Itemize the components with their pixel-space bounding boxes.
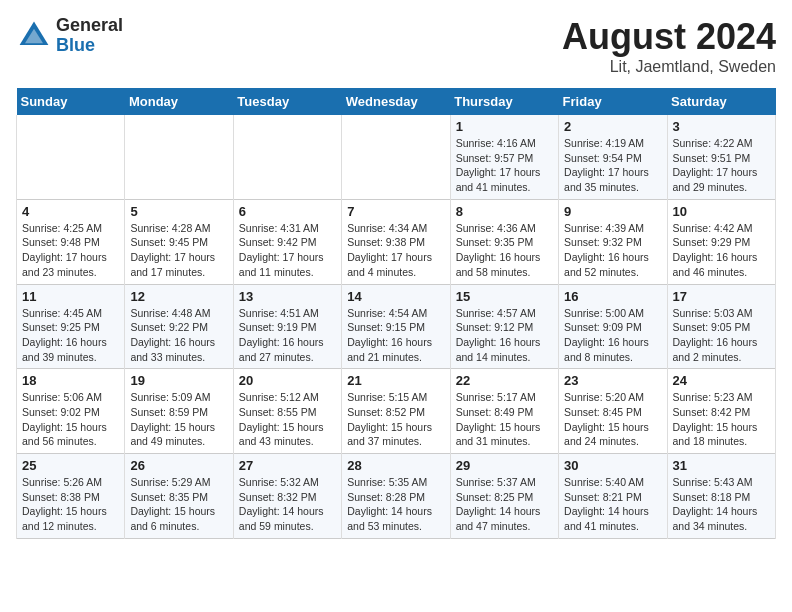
calendar-cell: 12Sunrise: 4:48 AM Sunset: 9:22 PM Dayli… bbox=[125, 284, 233, 369]
cell-day-number: 14 bbox=[347, 289, 444, 304]
calendar-title: August 2024 bbox=[562, 16, 776, 58]
cell-info: Sunrise: 4:57 AM Sunset: 9:12 PM Dayligh… bbox=[456, 306, 553, 365]
cell-day-number: 15 bbox=[456, 289, 553, 304]
calendar-cell: 6Sunrise: 4:31 AM Sunset: 9:42 PM Daylig… bbox=[233, 199, 341, 284]
cell-day-number: 2 bbox=[564, 119, 661, 134]
calendar-cell: 5Sunrise: 4:28 AM Sunset: 9:45 PM Daylig… bbox=[125, 199, 233, 284]
cell-day-number: 12 bbox=[130, 289, 227, 304]
calendar-cell bbox=[125, 115, 233, 199]
cell-info: Sunrise: 4:28 AM Sunset: 9:45 PM Dayligh… bbox=[130, 221, 227, 280]
logo-general: General bbox=[56, 16, 123, 36]
calendar-cell: 29Sunrise: 5:37 AM Sunset: 8:25 PM Dayli… bbox=[450, 454, 558, 539]
cell-info: Sunrise: 4:51 AM Sunset: 9:19 PM Dayligh… bbox=[239, 306, 336, 365]
calendar-cell: 19Sunrise: 5:09 AM Sunset: 8:59 PM Dayli… bbox=[125, 369, 233, 454]
cell-day-number: 6 bbox=[239, 204, 336, 219]
week-row-1: 1Sunrise: 4:16 AM Sunset: 9:57 PM Daylig… bbox=[17, 115, 776, 199]
calendar-cell: 14Sunrise: 4:54 AM Sunset: 9:15 PM Dayli… bbox=[342, 284, 450, 369]
cell-info: Sunrise: 5:09 AM Sunset: 8:59 PM Dayligh… bbox=[130, 390, 227, 449]
calendar-cell: 27Sunrise: 5:32 AM Sunset: 8:32 PM Dayli… bbox=[233, 454, 341, 539]
cell-info: Sunrise: 5:40 AM Sunset: 8:21 PM Dayligh… bbox=[564, 475, 661, 534]
cell-info: Sunrise: 4:45 AM Sunset: 9:25 PM Dayligh… bbox=[22, 306, 119, 365]
cell-info: Sunrise: 4:42 AM Sunset: 9:29 PM Dayligh… bbox=[673, 221, 770, 280]
cell-day-number: 27 bbox=[239, 458, 336, 473]
calendar-cell: 23Sunrise: 5:20 AM Sunset: 8:45 PM Dayli… bbox=[559, 369, 667, 454]
calendar-body: 1Sunrise: 4:16 AM Sunset: 9:57 PM Daylig… bbox=[17, 115, 776, 538]
calendar-cell: 2Sunrise: 4:19 AM Sunset: 9:54 PM Daylig… bbox=[559, 115, 667, 199]
calendar-cell: 17Sunrise: 5:03 AM Sunset: 9:05 PM Dayli… bbox=[667, 284, 775, 369]
cell-day-number: 5 bbox=[130, 204, 227, 219]
calendar-cell: 10Sunrise: 4:42 AM Sunset: 9:29 PM Dayli… bbox=[667, 199, 775, 284]
cell-day-number: 24 bbox=[673, 373, 770, 388]
calendar-cell bbox=[342, 115, 450, 199]
cell-day-number: 18 bbox=[22, 373, 119, 388]
cell-info: Sunrise: 5:00 AM Sunset: 9:09 PM Dayligh… bbox=[564, 306, 661, 365]
cell-info: Sunrise: 4:34 AM Sunset: 9:38 PM Dayligh… bbox=[347, 221, 444, 280]
header-day-sunday: Sunday bbox=[17, 88, 125, 115]
cell-info: Sunrise: 4:22 AM Sunset: 9:51 PM Dayligh… bbox=[673, 136, 770, 195]
calendar-cell bbox=[233, 115, 341, 199]
calendar-cell: 3Sunrise: 4:22 AM Sunset: 9:51 PM Daylig… bbox=[667, 115, 775, 199]
cell-day-number: 20 bbox=[239, 373, 336, 388]
calendar-header: SundayMondayTuesdayWednesdayThursdayFrid… bbox=[17, 88, 776, 115]
cell-info: Sunrise: 5:15 AM Sunset: 8:52 PM Dayligh… bbox=[347, 390, 444, 449]
cell-info: Sunrise: 5:26 AM Sunset: 8:38 PM Dayligh… bbox=[22, 475, 119, 534]
cell-info: Sunrise: 5:17 AM Sunset: 8:49 PM Dayligh… bbox=[456, 390, 553, 449]
cell-day-number: 28 bbox=[347, 458, 444, 473]
cell-day-number: 26 bbox=[130, 458, 227, 473]
cell-day-number: 30 bbox=[564, 458, 661, 473]
cell-day-number: 8 bbox=[456, 204, 553, 219]
calendar-table: SundayMondayTuesdayWednesdayThursdayFrid… bbox=[16, 88, 776, 539]
cell-day-number: 23 bbox=[564, 373, 661, 388]
page-header: General Blue August 2024 Lit, Jaemtland,… bbox=[16, 16, 776, 76]
cell-day-number: 4 bbox=[22, 204, 119, 219]
cell-day-number: 11 bbox=[22, 289, 119, 304]
calendar-cell: 1Sunrise: 4:16 AM Sunset: 9:57 PM Daylig… bbox=[450, 115, 558, 199]
calendar-cell: 20Sunrise: 5:12 AM Sunset: 8:55 PM Dayli… bbox=[233, 369, 341, 454]
calendar-cell: 15Sunrise: 4:57 AM Sunset: 9:12 PM Dayli… bbox=[450, 284, 558, 369]
cell-info: Sunrise: 4:48 AM Sunset: 9:22 PM Dayligh… bbox=[130, 306, 227, 365]
cell-info: Sunrise: 5:03 AM Sunset: 9:05 PM Dayligh… bbox=[673, 306, 770, 365]
cell-info: Sunrise: 5:29 AM Sunset: 8:35 PM Dayligh… bbox=[130, 475, 227, 534]
cell-info: Sunrise: 5:35 AM Sunset: 8:28 PM Dayligh… bbox=[347, 475, 444, 534]
cell-info: Sunrise: 5:23 AM Sunset: 8:42 PM Dayligh… bbox=[673, 390, 770, 449]
calendar-cell: 24Sunrise: 5:23 AM Sunset: 8:42 PM Dayli… bbox=[667, 369, 775, 454]
calendar-subtitle: Lit, Jaemtland, Sweden bbox=[562, 58, 776, 76]
cell-day-number: 17 bbox=[673, 289, 770, 304]
header-day-wednesday: Wednesday bbox=[342, 88, 450, 115]
cell-day-number: 7 bbox=[347, 204, 444, 219]
cell-day-number: 13 bbox=[239, 289, 336, 304]
cell-info: Sunrise: 4:25 AM Sunset: 9:48 PM Dayligh… bbox=[22, 221, 119, 280]
week-row-4: 18Sunrise: 5:06 AM Sunset: 9:02 PM Dayli… bbox=[17, 369, 776, 454]
cell-info: Sunrise: 4:39 AM Sunset: 9:32 PM Dayligh… bbox=[564, 221, 661, 280]
calendar-cell: 16Sunrise: 5:00 AM Sunset: 9:09 PM Dayli… bbox=[559, 284, 667, 369]
cell-day-number: 16 bbox=[564, 289, 661, 304]
calendar-cell: 13Sunrise: 4:51 AM Sunset: 9:19 PM Dayli… bbox=[233, 284, 341, 369]
header-row: SundayMondayTuesdayWednesdayThursdayFrid… bbox=[17, 88, 776, 115]
calendar-cell: 28Sunrise: 5:35 AM Sunset: 8:28 PM Dayli… bbox=[342, 454, 450, 539]
logo-text: General Blue bbox=[56, 16, 123, 56]
calendar-cell: 18Sunrise: 5:06 AM Sunset: 9:02 PM Dayli… bbox=[17, 369, 125, 454]
header-day-saturday: Saturday bbox=[667, 88, 775, 115]
cell-info: Sunrise: 5:12 AM Sunset: 8:55 PM Dayligh… bbox=[239, 390, 336, 449]
calendar-cell: 26Sunrise: 5:29 AM Sunset: 8:35 PM Dayli… bbox=[125, 454, 233, 539]
cell-info: Sunrise: 4:36 AM Sunset: 9:35 PM Dayligh… bbox=[456, 221, 553, 280]
cell-info: Sunrise: 5:06 AM Sunset: 9:02 PM Dayligh… bbox=[22, 390, 119, 449]
cell-day-number: 1 bbox=[456, 119, 553, 134]
calendar-cell: 9Sunrise: 4:39 AM Sunset: 9:32 PM Daylig… bbox=[559, 199, 667, 284]
week-row-2: 4Sunrise: 4:25 AM Sunset: 9:48 PM Daylig… bbox=[17, 199, 776, 284]
calendar-cell bbox=[17, 115, 125, 199]
cell-info: Sunrise: 4:31 AM Sunset: 9:42 PM Dayligh… bbox=[239, 221, 336, 280]
cell-info: Sunrise: 5:32 AM Sunset: 8:32 PM Dayligh… bbox=[239, 475, 336, 534]
cell-info: Sunrise: 4:16 AM Sunset: 9:57 PM Dayligh… bbox=[456, 136, 553, 195]
cell-info: Sunrise: 5:20 AM Sunset: 8:45 PM Dayligh… bbox=[564, 390, 661, 449]
calendar-cell: 22Sunrise: 5:17 AM Sunset: 8:49 PM Dayli… bbox=[450, 369, 558, 454]
header-day-thursday: Thursday bbox=[450, 88, 558, 115]
cell-day-number: 10 bbox=[673, 204, 770, 219]
calendar-cell: 8Sunrise: 4:36 AM Sunset: 9:35 PM Daylig… bbox=[450, 199, 558, 284]
calendar-cell: 31Sunrise: 5:43 AM Sunset: 8:18 PM Dayli… bbox=[667, 454, 775, 539]
calendar-cell: 21Sunrise: 5:15 AM Sunset: 8:52 PM Dayli… bbox=[342, 369, 450, 454]
week-row-3: 11Sunrise: 4:45 AM Sunset: 9:25 PM Dayli… bbox=[17, 284, 776, 369]
logo: General Blue bbox=[16, 16, 123, 56]
cell-day-number: 19 bbox=[130, 373, 227, 388]
title-block: August 2024 Lit, Jaemtland, Sweden bbox=[562, 16, 776, 76]
